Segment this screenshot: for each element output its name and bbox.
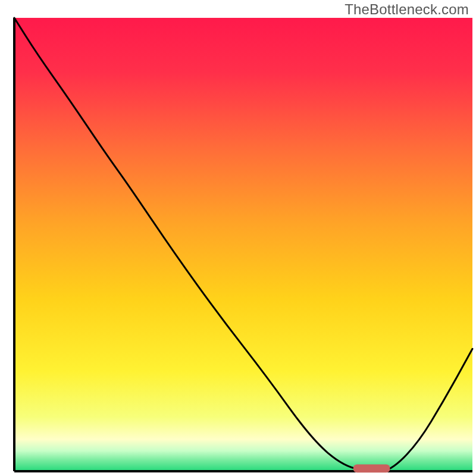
- chart-container: TheBottleneck.com: [0, 0, 476, 476]
- optimal-marker: [353, 465, 390, 473]
- plot-background: [14, 18, 472, 471]
- bottleneck-chart: [0, 0, 476, 476]
